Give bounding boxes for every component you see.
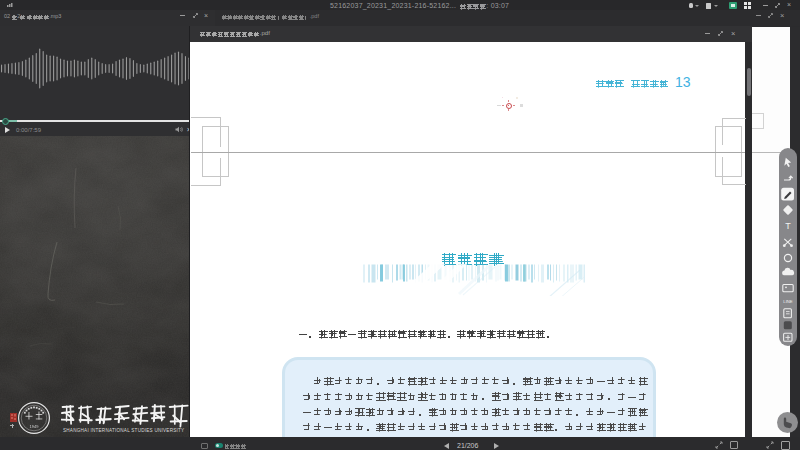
- svg-text:LINE: LINE: [783, 299, 793, 304]
- svg-text:T: T: [785, 221, 791, 231]
- svg-text:1949: 1949: [30, 424, 40, 429]
